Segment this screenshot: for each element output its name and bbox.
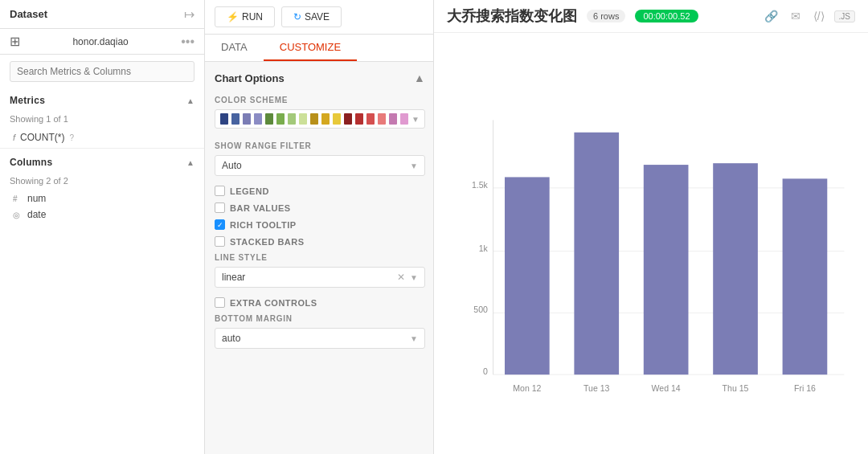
dataset-title: Dataset [10,8,47,20]
metrics-title: Metrics [10,95,45,106]
bottom-margin-label: BOTTOM MARGIN [215,314,425,323]
time-badge: 00:00:00.52 [635,10,698,22]
dataset-name: honor.daqiao [72,36,128,47]
bar-mon12 [505,177,550,374]
columns-showing: Showing 2 of 2 [0,174,204,190]
color-scheme-label: COLOR SCHEME [215,96,425,104]
svg-text:1.5k: 1.5k [472,180,489,190]
svg-text:Wed 14: Wed 14 [652,383,681,393]
col-type-num: # [13,194,23,203]
extra-controls-label: EXTRA CONTROLS [230,298,317,308]
swatch-14 [366,113,375,125]
color-scheme-option: COLOR SCHEME [215,96,425,129]
more-icon[interactable]: ••• [181,35,194,49]
save-icon: ↻ [293,11,301,22]
tab-data[interactable]: DATA [205,35,264,61]
legend-label: LEGEND [230,186,269,196]
swatch-6 [276,113,285,125]
swatch-15 [378,113,386,125]
swatch-5 [265,113,273,125]
metrics-section-header[interactable]: Metrics ▲ [0,88,204,112]
save-button[interactable]: ↻ SAVE [281,6,342,27]
color-scheme-selector[interactable]: ▼ [215,109,425,129]
line-style-select[interactable]: linear ✕ ▼ [215,267,425,288]
swatch-7 [288,113,296,125]
swatch-10 [321,113,330,125]
rows-badge: 6 rows [587,10,625,22]
stacked-bars-checkbox[interactable] [215,236,225,247]
bar-values-checkbox[interactable] [215,202,225,213]
run-label: RUN [242,11,263,22]
expand-icon[interactable]: ↦ [184,6,194,22]
range-filter-label: SHOW RANGE FILTER [215,141,425,150]
search-input[interactable] [10,61,194,82]
right-panel: 大乔搜索指数变化图 6 rows 00:00:00.52 🔗 ✉ ⟨/⟩ .JS… [434,0,868,454]
mail-icon[interactable]: ✉ [788,8,804,24]
chart-svg: 0 500 1k 1.5k Mon 12 Tue 13 Wed 14 [466,41,852,446]
rich-tooltip-label: RICH TOOLTIP [230,220,297,230]
metric-label: COUNT(*) [20,132,64,143]
columns-section-header[interactable]: Columns ▲ [0,150,204,174]
svg-text:Mon 12: Mon 12 [513,383,541,393]
chart-header: 大乔搜索指数变化图 6 rows 00:00:00.52 🔗 ✉ ⟨/⟩ .JS [434,0,868,33]
dataset-row: ⊞ honor.daqiao ••• [0,29,204,55]
col-type-date: ◎ [13,211,23,219]
bar-values-label: BAR VALUES [230,203,291,213]
extra-controls-row: EXTRA CONTROLS [215,297,425,308]
svg-text:500: 500 [473,305,488,314]
rich-tooltip-checkbox[interactable]: ✓ [215,219,225,230]
range-filter-select[interactable]: Auto ▼ [215,155,425,176]
code-icon[interactable]: ⟨/⟩ [810,8,828,24]
bar-fri16 [783,178,828,374]
header-icons: 🔗 ✉ ⟨/⟩ .JS [761,8,855,24]
swatch-8 [299,113,307,125]
rich-tooltip-row: ✓ RICH TOOLTIP [215,219,425,230]
svg-text:1k: 1k [479,243,489,253]
swatch-16 [389,113,397,125]
grid-icon: ⊞ [10,34,20,49]
line-style-value: linear [222,272,397,283]
column-item-date: ◎ date [0,207,204,223]
toolbar: ⚡ RUN ↻ SAVE [205,0,433,35]
save-label: SAVE [305,11,330,22]
middle-panel: ⚡ RUN ↻ SAVE DATA CUSTOMIZE Chart Option… [205,0,434,454]
tabs-row: DATA CUSTOMIZE [205,35,433,62]
bottom-margin-value: auto [222,333,240,344]
metric-item: f COUNT(*) ? [0,129,204,146]
run-button[interactable]: ⚡ RUN [215,6,275,27]
bottom-margin-select[interactable]: auto ▼ [215,328,425,349]
run-icon: ⚡ [227,11,239,22]
tab-customize[interactable]: CUSTOMIZE [264,35,357,61]
legend-checkbox[interactable] [215,186,225,196]
legend-row: LEGEND [215,186,425,196]
svg-text:Tue 13: Tue 13 [583,383,610,393]
js-badge[interactable]: .JS [834,10,855,22]
collapse-button[interactable]: ▲ [414,72,425,84]
link-icon[interactable]: 🔗 [761,8,781,24]
options-header: Chart Options ▲ [215,72,425,84]
options-title: Chart Options [215,72,285,84]
swatch-4 [254,113,262,125]
col-label-date: date [27,209,46,220]
svg-text:Thu 15: Thu 15 [723,383,749,393]
range-filter-arrow-icon: ▼ [410,162,418,170]
extra-controls-checkbox[interactable] [215,297,225,308]
chart-area: 0 500 1k 1.5k Mon 12 Tue 13 Wed 14 [434,33,868,454]
stacked-bars-label: STACKED BARS [230,237,305,247]
line-style-clear-icon[interactable]: ✕ [397,272,405,283]
swatch-1 [220,113,228,125]
swatch-3 [243,113,251,125]
swatch-13 [355,113,363,125]
svg-text:Fri 16: Fri 16 [794,383,816,393]
function-icon: f [13,133,15,142]
bottom-margin-arrow-icon: ▼ [410,334,418,343]
dataset-header: Dataset ↦ [0,0,204,29]
line-style-option: LINE STYLE linear ✕ ▼ [215,253,425,288]
swatch-12 [344,113,352,125]
bottom-margin-option: BOTTOM MARGIN auto ▼ [215,314,425,349]
swatch-9 [310,113,318,125]
chart-title: 大乔搜索指数变化图 [447,6,577,26]
swatch-2 [231,113,240,125]
swatch-17 [400,113,408,125]
bar-thu15 [713,163,758,374]
